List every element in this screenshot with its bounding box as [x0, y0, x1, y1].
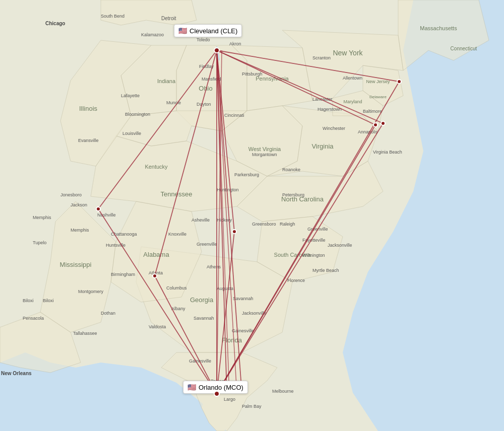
svg-text:Jacksonville: Jacksonville	[242, 311, 267, 316]
charlotte-dot	[232, 229, 237, 234]
svg-text:Detroit: Detroit	[161, 16, 176, 21]
svg-text:Raleigh: Raleigh	[280, 222, 295, 227]
svg-text:Greenville: Greenville	[307, 227, 328, 232]
svg-text:Fayetteville: Fayetteville	[302, 238, 326, 243]
svg-text:Lafayette: Lafayette	[121, 93, 140, 98]
svg-text:Toledo: Toledo	[197, 37, 210, 42]
svg-text:Illinois: Illinois	[79, 105, 98, 112]
svg-text:Muncie: Muncie	[166, 100, 181, 105]
map-container: Ohio Pennsylvania West Virginia Virginia…	[0, 0, 504, 431]
svg-text:Maryland: Maryland	[343, 99, 362, 104]
svg-text:Dothan: Dothan	[101, 311, 115, 316]
orlando-label-text: Orlando (MCO)	[199, 384, 243, 391]
nyc-dot	[397, 79, 402, 84]
svg-text:Valdosta: Valdosta	[149, 324, 166, 329]
svg-text:Kalamazoo: Kalamazoo	[141, 32, 164, 37]
svg-text:Largo: Largo	[224, 397, 235, 402]
svg-text:Scranton: Scranton	[312, 55, 331, 60]
orlando-dot	[214, 391, 220, 397]
svg-text:Tupelo: Tupelo	[33, 240, 46, 245]
us-flag-orlando: 🇺🇸	[187, 383, 196, 391]
svg-text:Jonesboro: Jonesboro	[60, 192, 82, 197]
svg-text:Cincinnati: Cincinnati	[224, 113, 244, 118]
svg-text:Lancaster: Lancaster	[312, 97, 333, 102]
svg-text:Gainesville: Gainesville	[232, 328, 254, 333]
svg-text:Indiana: Indiana	[157, 78, 176, 84]
svg-text:Wilmington: Wilmington	[302, 253, 325, 258]
svg-text:New Orleans: New Orleans	[1, 371, 32, 376]
svg-text:Massachusetts: Massachusetts	[420, 25, 457, 31]
svg-text:Biloxi: Biloxi	[23, 298, 34, 303]
svg-text:Louisville: Louisville	[122, 131, 141, 136]
svg-text:Myrtle Beach: Myrtle Beach	[312, 268, 339, 273]
svg-text:Virginia Beach: Virginia Beach	[373, 150, 402, 155]
svg-text:Evansville: Evansville	[78, 138, 99, 143]
cleveland-label: 🇺🇸 Cleveland (CLE)	[174, 24, 242, 37]
svg-text:Winchester: Winchester	[323, 126, 345, 131]
svg-text:Connecticut: Connecticut	[451, 46, 477, 51]
svg-text:Augusta: Augusta	[217, 286, 233, 291]
svg-text:Findlay: Findlay	[199, 64, 214, 69]
svg-text:Huntington: Huntington	[217, 187, 239, 192]
svg-text:Chattanooga: Chattanooga	[111, 232, 137, 237]
svg-text:Biloxi: Biloxi	[43, 298, 54, 303]
svg-text:Pensacola: Pensacola	[23, 316, 44, 321]
svg-text:Pittsburgh: Pittsburgh	[242, 71, 263, 77]
svg-text:Kentucky: Kentucky	[145, 164, 168, 170]
svg-text:Parkersburg: Parkersburg	[234, 172, 259, 177]
svg-text:Alabama: Alabama	[143, 251, 169, 258]
cleveland-dot	[214, 47, 220, 53]
svg-text:Asheville: Asheville	[192, 218, 210, 223]
svg-text:Annapolis: Annapolis	[358, 129, 378, 134]
svg-text:New York: New York	[333, 49, 363, 57]
svg-text:Memphis: Memphis	[71, 228, 89, 233]
svg-text:Gainesville: Gainesville	[189, 358, 211, 364]
svg-text:Roanoke: Roanoke	[282, 167, 300, 172]
svg-text:Hickory: Hickory	[217, 218, 232, 223]
svg-text:Bloomington: Bloomington	[125, 112, 150, 117]
svg-text:Akron: Akron	[229, 41, 241, 46]
svg-text:Georgia: Georgia	[190, 296, 214, 304]
svg-text:Mississippi: Mississippi	[60, 261, 92, 268]
svg-text:Chicago: Chicago	[45, 21, 65, 26]
svg-text:New Jersey: New Jersey	[366, 79, 390, 84]
svg-text:Baltimore: Baltimore	[363, 109, 382, 114]
svg-text:Florence: Florence	[287, 278, 305, 283]
svg-text:Tennessee: Tennessee	[161, 190, 193, 198]
svg-text:Athens: Athens	[207, 264, 221, 269]
svg-text:Greensboro: Greensboro	[252, 222, 276, 227]
svg-text:Montgomery: Montgomery	[78, 289, 104, 294]
svg-text:Jacksonville: Jacksonville	[328, 243, 352, 248]
svg-text:Hagerstown: Hagerstown	[318, 107, 342, 112]
svg-text:Huntsville: Huntsville	[106, 243, 125, 248]
svg-text:Columbus: Columbus	[166, 285, 187, 291]
svg-text:Petersburg: Petersburg	[282, 192, 304, 197]
svg-text:South Bend: South Bend	[101, 14, 124, 19]
svg-text:Ohio: Ohio	[199, 85, 212, 92]
svg-text:Morgantown: Morgantown	[252, 152, 277, 157]
svg-text:Palm Bay: Palm Bay	[242, 404, 262, 409]
svg-text:Dayton: Dayton	[197, 102, 211, 107]
svg-text:Albany: Albany	[171, 306, 185, 311]
svg-text:Tallahassee: Tallahassee	[73, 331, 97, 336]
svg-text:West Virginia: West Virginia	[248, 146, 281, 152]
svg-text:Florida: Florida	[222, 336, 242, 344]
us-flag-cleveland: 🇺🇸	[178, 27, 187, 35]
dca-dot	[373, 122, 378, 127]
svg-text:Virginia: Virginia	[311, 142, 334, 150]
svg-text:Savannah: Savannah	[233, 296, 254, 301]
svg-text:Delaware: Delaware	[369, 95, 387, 99]
svg-text:Birmingham: Birmingham	[111, 272, 135, 277]
svg-text:Allentown: Allentown	[343, 76, 362, 81]
svg-text:Jackson: Jackson	[71, 202, 87, 207]
atlanta-dot	[152, 273, 157, 278]
svg-text:Knoxville: Knoxville	[168, 232, 186, 237]
svg-text:Greenville: Greenville	[197, 242, 217, 247]
svg-text:Melbourne: Melbourne	[272, 389, 294, 394]
svg-text:Savannah: Savannah	[194, 316, 214, 321]
svg-text:Mansfield: Mansfield	[202, 77, 221, 82]
nashville-dot	[96, 206, 101, 211]
bwi-dot	[381, 121, 386, 126]
svg-text:Nashville: Nashville	[97, 212, 116, 218]
cleveland-label-text: Cleveland (CLE)	[190, 27, 237, 35]
